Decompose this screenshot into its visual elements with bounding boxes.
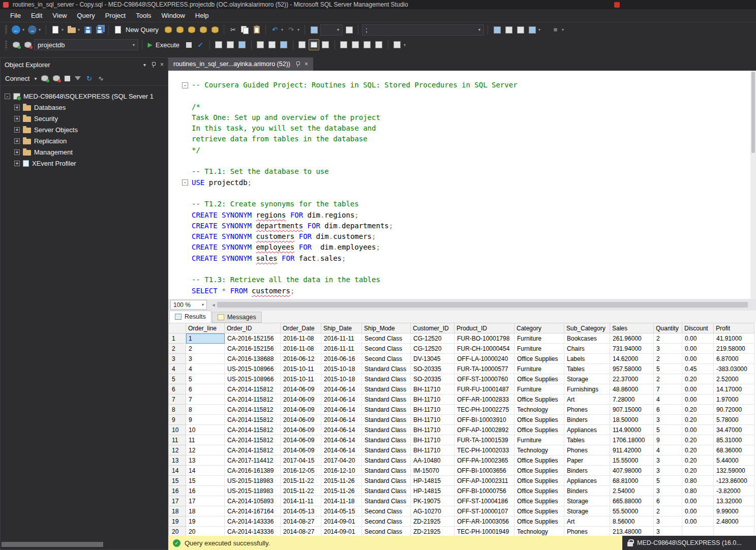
object-explorer-header[interactable]: Object Explorer ▾ × [1, 58, 168, 71]
grid-cell[interactable]: US-2015-118983 [225, 476, 281, 486]
grid-cell[interactable]: 12 [186, 445, 225, 455]
grid-cell[interactable]: 0.80 [682, 486, 714, 496]
grid-cell[interactable] [682, 527, 714, 536]
grid-cell[interactable]: Technology [515, 405, 564, 415]
grid-cell[interactable]: 0.00 [682, 344, 714, 354]
grid-cell[interactable]: 3 [654, 344, 682, 354]
row-number[interactable]: 9 [169, 415, 186, 425]
grid-cell[interactable]: 5 [654, 425, 682, 435]
results-to-text-icon[interactable] [298, 41, 306, 48]
tab-routines-sql[interactable]: routines_in_sql_ser...ayinka.arimoro (52… [168, 57, 313, 71]
grid-cell[interactable]: BH-11710 [411, 435, 455, 445]
undo-icon[interactable]: ↶ [269, 24, 280, 36]
template-parameters-icon[interactable] [257, 41, 264, 48]
display-estimated-plan-icon[interactable] [215, 41, 222, 48]
grid-cell[interactable]: 2016-11-11 [321, 344, 362, 354]
grid-cell[interactable]: US-2015-108966 [225, 374, 281, 384]
grid-cell[interactable]: 2014-06-09 [281, 435, 321, 445]
grid-cell[interactable]: 2016-11-08 [281, 333, 321, 344]
grid-cell[interactable]: 2016-11-11 [321, 333, 362, 344]
grid-cell[interactable]: Standard Class [362, 455, 411, 466]
row-number[interactable]: 10 [169, 425, 186, 435]
grid-cell[interactable]: 7 [186, 394, 225, 405]
grid-cell[interactable]: US-2015-118983 [225, 486, 281, 496]
fold-toggle-icon[interactable]: - [182, 179, 188, 186]
grid-cell[interactable]: 2 [654, 354, 682, 364]
tab-messages[interactable]: Messages [212, 312, 262, 323]
grid-cell[interactable]: 0.20 [682, 405, 714, 415]
tree-node-databases[interactable]: +Databases [1, 102, 168, 113]
toolbar-combo-caret[interactable]: ▾ [478, 27, 480, 32]
row-number[interactable]: 12 [169, 445, 186, 455]
object-explorer-hscrollbar[interactable] [2, 541, 167, 547]
grid-cell[interactable]: OFF-BI-10003656 [455, 466, 515, 476]
row-number[interactable]: 7 [169, 394, 186, 405]
grid-cell[interactable]: 2017-04-15 [281, 455, 321, 466]
grid-cell[interactable]: Office Supplies [515, 486, 564, 496]
parse-icon[interactable]: ✓ [195, 39, 206, 50]
grid-cell[interactable]: 0.80 [682, 476, 714, 486]
grid-cell[interactable]: Standard Class [362, 384, 411, 394]
menu-project[interactable]: Project [100, 10, 131, 21]
grid-cell[interactable]: ZD-21925 [411, 516, 455, 527]
grid-cell[interactable]: Tables [564, 364, 610, 374]
grid-cell[interactable]: 0.20 [682, 455, 714, 466]
grid-cell[interactable]: Storage [564, 506, 610, 516]
row-number[interactable]: 14 [169, 466, 186, 476]
grid-cell[interactable]: 2014-06-14 [321, 435, 362, 445]
grid-cell[interactable]: CA-2014-167164 [225, 506, 281, 516]
tree-node-management[interactable]: +Management [1, 146, 168, 158]
grid-cell[interactable]: 1 [186, 333, 225, 344]
menu-file[interactable]: File [5, 10, 26, 21]
grid-cell[interactable]: 68.36000 [714, 445, 754, 455]
toolbar-overflow-icon[interactable]: ≡ [550, 24, 561, 36]
grid-cell[interactable]: 2014-06-14 [321, 384, 362, 394]
grid-cell[interactable]: OFF-AP-10002311 [455, 476, 515, 486]
copy-icon[interactable] [241, 26, 249, 34]
row-number[interactable]: 17 [169, 496, 186, 506]
decrease-indent-icon[interactable] [364, 41, 371, 48]
grid-cell[interactable]: 85.31000 [714, 435, 754, 445]
grid-cell[interactable]: BH-11710 [411, 394, 455, 405]
live-query-stats-icon[interactable] [280, 41, 287, 48]
grid-cell[interactable]: 2014-08-27 [281, 527, 321, 536]
grid-cell[interactable]: CA-2014-115812 [225, 425, 281, 435]
grid-cell[interactable]: OFF-AR-10003056 [455, 516, 515, 527]
grid-cell[interactable]: CG-12520 [411, 333, 455, 344]
grid-cell[interactable]: 2015-10-11 [281, 374, 321, 384]
grid-cell[interactable]: Phones [564, 445, 610, 455]
grid-cell[interactable]: Second Class [362, 516, 411, 527]
disconnect-object-icon[interactable] [53, 75, 60, 81]
toolbar-grip[interactable] [5, 41, 7, 49]
expander-icon[interactable]: + [14, 116, 20, 121]
grid-cell[interactable]: 2014-06-14 [321, 445, 362, 455]
grid-cell[interactable]: DV-13045 [411, 354, 455, 364]
grid-cell[interactable]: Office Supplies [515, 516, 564, 527]
grid-cell[interactable]: Standard Class [362, 415, 411, 425]
grid-cell[interactable]: 5 [186, 374, 225, 384]
grid-cell[interactable]: Office Supplies [515, 506, 564, 516]
grid-cell[interactable]: Office Supplies [515, 354, 564, 364]
grid-cell[interactable]: 6 [654, 405, 682, 415]
activity-icon[interactable]: ∿ [97, 73, 104, 84]
grid-cell[interactable]: 4 [654, 394, 682, 405]
row-number[interactable]: 20 [169, 527, 186, 536]
grid-cell[interactable]: Standard Class [362, 374, 411, 384]
grid-cell[interactable]: 114.90000 [610, 425, 654, 435]
grid-cell[interactable]: 3 [654, 516, 682, 527]
row-number[interactable]: 5 [169, 374, 186, 384]
grid-cell[interactable]: 19 [186, 516, 225, 527]
grid-cell[interactable]: Appliances [564, 476, 610, 486]
navigate-back-dropdown[interactable]: ▾ [21, 24, 26, 36]
results-to-file-icon[interactable] [322, 41, 329, 48]
grid-cell[interactable]: 4 [654, 445, 682, 455]
grid-cell[interactable]: OFF-BI-10003910 [455, 415, 515, 425]
grid-cell[interactable]: 9 [654, 435, 682, 445]
grid-cell[interactable]: 0.00 [682, 506, 714, 516]
grid-cell[interactable]: Furniture [515, 333, 564, 344]
grid-cell[interactable]: 2015-10-18 [321, 364, 362, 374]
new-query-button[interactable] [112, 24, 123, 36]
grid-cell[interactable]: FUR-TA-10001539 [455, 435, 515, 445]
grid-cell[interactable]: 907.15000 [610, 405, 654, 415]
column-header-discount[interactable]: Discount [682, 323, 714, 333]
